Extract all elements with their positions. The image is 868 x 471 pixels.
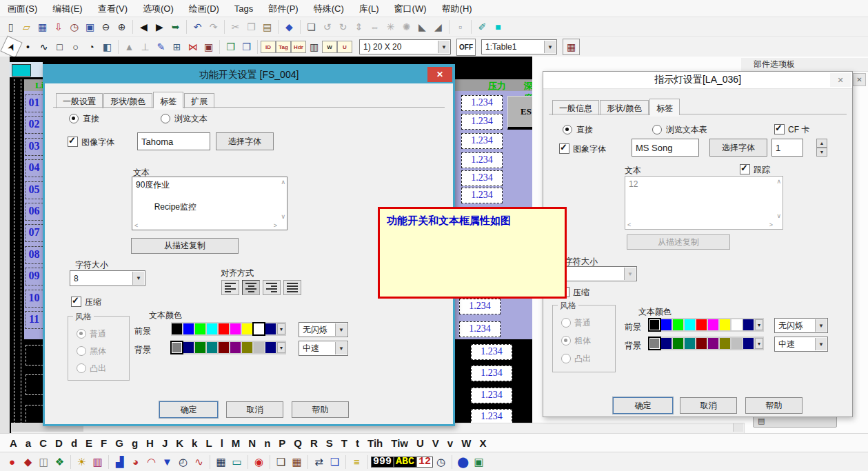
scroll-right-icon[interactable]: > — [769, 221, 773, 228]
letter-part-f[interactable]: F — [101, 437, 107, 449]
style-raised-radio[interactable] — [561, 354, 571, 363]
logging-part-icon[interactable]: ❏ — [273, 454, 289, 470]
sort-list-part-icon[interactable]: ≡ — [349, 454, 365, 470]
switch-cube-part-icon[interactable]: ◆ — [20, 454, 36, 470]
chevron-down-icon[interactable]: ▼ — [438, 41, 450, 53]
color-swatch[interactable] — [731, 338, 742, 349]
chevron-down-icon[interactable]: ▼ — [815, 338, 827, 350]
palette-more-button[interactable]: ▾ — [277, 342, 285, 353]
next-screen-icon[interactable]: ▶ — [152, 19, 168, 34]
screen-lib-a-icon[interactable]: ❒ — [223, 39, 239, 54]
table-select[interactable]: 1:Table1 ▼ — [481, 39, 557, 54]
chevron-down-icon[interactable]: ▼ — [624, 268, 636, 280]
letter-part-h[interactable]: H — [146, 437, 154, 449]
polygon-tool-icon[interactable]: ▲ — [121, 39, 137, 54]
help-button[interactable]: 帮助 — [745, 397, 803, 414]
letter-part-x[interactable]: X — [479, 437, 486, 449]
letter-part-e[interactable]: E — [85, 437, 92, 449]
shrink-icon[interactable]: ✳ — [383, 19, 398, 34]
download-icon[interactable]: ⇩ — [50, 19, 66, 34]
bowtie-tool-icon[interactable]: ⋈ — [185, 39, 201, 54]
fg-flash-select[interactable]: 无闪烁 ▼ — [299, 322, 348, 337]
color-swatch[interactable] — [661, 338, 672, 349]
direct-radio[interactable] — [69, 114, 79, 123]
letter-part-d[interactable]: D — [55, 437, 63, 449]
letter-part-t[interactable]: t — [356, 437, 359, 449]
letter-part-j[interactable]: J — [162, 437, 168, 449]
tab-general[interactable]: 一般设置 — [56, 93, 103, 108]
mirror-horizontal-icon[interactable]: ⇔ — [367, 19, 383, 34]
text-display-part-icon[interactable]: ABC — [394, 457, 416, 468]
letter-part-q[interactable]: Q — [294, 437, 302, 449]
menu-item[interactable]: 窗口(W) — [387, 1, 434, 17]
u-part-icon[interactable]: U — [337, 41, 352, 53]
off-state-button[interactable]: OFF — [456, 39, 476, 56]
id-badge-icon[interactable]: ID — [261, 41, 276, 53]
lamp-group-part-icon[interactable]: ▥ — [90, 454, 105, 470]
canvas-row-number[interactable]: 06 — [25, 203, 43, 221]
numeric-value-part[interactable]: 1.234 — [461, 152, 503, 168]
cancel-button[interactable]: 取消 — [680, 397, 737, 414]
letter-part-l[interactable]: l — [221, 437, 223, 449]
open-project-icon[interactable]: ▱ — [19, 19, 34, 34]
letter-part-n[interactable]: N — [248, 437, 256, 449]
date-display-part-icon[interactable]: 12 — [416, 457, 433, 468]
direct-radio[interactable] — [563, 125, 572, 134]
close-icon[interactable]: ✕ — [830, 73, 851, 87]
paste-icon[interactable]: ▤ — [259, 19, 275, 34]
color-swatch[interactable] — [720, 338, 730, 349]
color-swatch[interactable] — [649, 338, 660, 349]
letter-part-v[interactable]: V — [432, 437, 439, 449]
numeric-value-part[interactable]: 1.234 — [471, 344, 512, 360]
color-swatch[interactable] — [230, 342, 241, 353]
color-swatch[interactable] — [685, 319, 695, 330]
label-text-area[interactable]: 90度作业 Recipe监控 ∧ ∨ < > — [132, 177, 287, 230]
redo-icon[interactable]: ↷ — [205, 19, 221, 34]
letter-part-n[interactable]: n — [264, 437, 270, 449]
scroll-up-icon[interactable]: ∧ — [281, 179, 285, 186]
meter-graph-part-icon[interactable]: ◴ — [175, 454, 191, 470]
dot-tool-icon[interactable]: • — [20, 39, 36, 54]
numeric-value-part[interactable]: 1.234 — [471, 388, 512, 403]
zoom-in-icon[interactable]: ⊕ — [114, 19, 130, 34]
save-icon[interactable]: ▦ — [34, 19, 50, 34]
letter-part-k[interactable]: k — [192, 437, 197, 449]
scroll-down-icon[interactable]: ∨ — [281, 213, 285, 220]
canvas-row-number[interactable]: 08 — [25, 246, 43, 264]
numeric-value-part[interactable]: 1.234 — [461, 170, 503, 186]
style-bold-radio[interactable] — [561, 336, 571, 345]
bar-graph-part-icon[interactable]: ▟ — [112, 454, 128, 470]
letter-part-v[interactable]: v — [447, 437, 453, 449]
select-font-button[interactable]: 选择字体 — [216, 132, 274, 150]
state-spinner-input[interactable]: 1 — [771, 139, 803, 157]
clock-display-part-icon[interactable]: ◷ — [433, 454, 449, 470]
cf-card-checkbox[interactable] — [774, 124, 785, 134]
ok-button[interactable]: 确定 — [159, 401, 218, 418]
data-table-part-icon[interactable]: ▦ — [289, 454, 305, 470]
ok-button[interactable]: 确定 — [613, 397, 673, 414]
color-swatch[interactable] — [242, 342, 252, 353]
style-raised-radio[interactable] — [77, 363, 86, 373]
pattern-icon[interactable]: ▥ — [306, 39, 322, 54]
color-swatch[interactable] — [195, 323, 205, 334]
color-swatch[interactable] — [219, 342, 229, 353]
copy-from-description-button[interactable]: 从描述复制 — [627, 234, 730, 250]
es-button-part[interactable]: ES — [507, 96, 534, 130]
tab-extend[interactable]: 扩展 — [184, 93, 214, 108]
letter-part-s[interactable]: S — [326, 437, 333, 449]
color-swatch[interactable] — [230, 323, 241, 334]
compress-checkbox[interactable] — [71, 297, 81, 307]
close-icon[interactable]: ✕ — [427, 67, 452, 82]
keypad-display-part-icon[interactable]: ▭ — [229, 454, 245, 470]
scroll-right-icon[interactable]: > — [274, 222, 277, 229]
menu-item[interactable]: 帮助(H) — [434, 1, 480, 17]
palette-more-button[interactable]: ▾ — [755, 338, 763, 349]
browse-text-radio[interactable] — [161, 114, 170, 123]
fill-color-icon[interactable]: ■ — [490, 19, 506, 34]
canvas-row-number[interactable]: 01 — [25, 94, 43, 112]
color-swatch[interactable] — [743, 338, 754, 349]
color-swatch[interactable] — [696, 319, 707, 330]
label-text-area[interactable]: 12 ∧ ∨ < > — [625, 176, 783, 230]
grid-icon[interactable]: ▫ — [452, 19, 468, 34]
bg-flash-select[interactable]: 中速 ▼ — [774, 337, 828, 352]
